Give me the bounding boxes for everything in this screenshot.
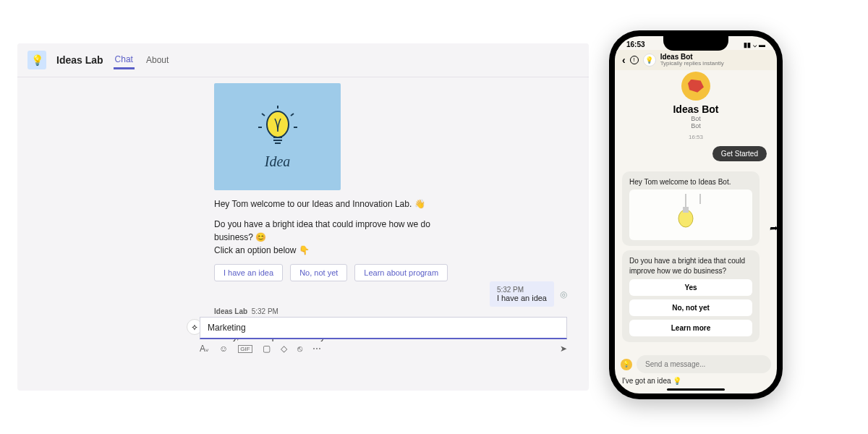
idea-hero-card: Idea xyxy=(214,83,341,190)
followup-sender: Ideas Lab xyxy=(214,307,247,315)
hero-time: 16:53 xyxy=(622,134,770,140)
status-time: 16:53 xyxy=(626,41,645,48)
question-text: Do you have a bright idea that could imp… xyxy=(629,257,745,275)
followup-time: 5:32 PM xyxy=(252,307,278,315)
status-icons: ▮▮ ⌵ ▬ xyxy=(744,41,765,48)
svg-point-0 xyxy=(267,111,289,137)
idea-caption: Idea xyxy=(265,153,291,170)
phone-message-input[interactable] xyxy=(637,355,771,373)
lightbulb-drawing-icon xyxy=(256,104,299,156)
prompt-text: Do you have a bright idea that could imp… xyxy=(214,218,460,257)
phone-screen: 16:53 ▮▮ ⌵ ▬ ‹ ! 💡 Ideas Bot Typically r… xyxy=(615,36,777,393)
teams-header: 💡 Ideas Lab Chat About xyxy=(17,43,589,77)
info-icon[interactable]: ! xyxy=(630,56,639,64)
compose-area: Aᵥ ☺ GIF ▢ ◇ ⎋ ⋯ ➤ xyxy=(200,317,567,354)
option-no[interactable]: No, not yet xyxy=(290,264,347,281)
wifi-icon: ⌵ xyxy=(753,41,757,48)
home-indicator[interactable] xyxy=(667,388,725,391)
option-row: I have an idea No, not yet Learn about p… xyxy=(214,264,460,281)
share-icon[interactable]: ➦ xyxy=(770,222,777,234)
tab-chat[interactable]: Chat xyxy=(114,51,135,69)
phone-notch xyxy=(663,36,728,51)
phone-caption: I've got an idea 💡 xyxy=(622,377,681,385)
more-icon[interactable]: ⋯ xyxy=(312,344,321,354)
header-text: Ideas Bot Typically replies instantly xyxy=(660,53,724,67)
choice-learn[interactable]: Learn more xyxy=(629,320,752,336)
menu-dot-icon[interactable]: 💡 xyxy=(621,359,632,370)
option-learn[interactable]: Learn about program xyxy=(354,264,448,281)
get-started-button[interactable]: Get Started xyxy=(712,146,767,161)
format-icon[interactable]: Aᵥ xyxy=(200,344,209,354)
choice-yes[interactable]: Yes xyxy=(629,279,752,296)
user-reply-bubble: 5:32 PM I have an idea xyxy=(490,281,554,307)
bot-welcome-block: Hey Tom welcome to our Ideas and Innovat… xyxy=(214,197,460,281)
teams-window: 💡 Ideas Lab Chat About Idea Hey Tom welc… xyxy=(17,43,589,391)
bot-avatar-small: 💡 xyxy=(643,54,656,67)
app-title: Ideas Lab xyxy=(56,54,103,66)
user-reply-wrap: 5:32 PM I have an idea ◎ xyxy=(490,281,567,307)
phone-frame: 16:53 ▮▮ ⌵ ▬ ‹ ! 💡 Ideas Bot Typically r… xyxy=(609,30,783,399)
bot-followup-meta: Ideas Lab 5:32 PM xyxy=(214,307,574,315)
bulb-illustration xyxy=(629,190,752,240)
sticker-icon[interactable]: ▢ xyxy=(263,344,271,354)
chat-body: Idea Hey Tom welcome to our Ideas and In… xyxy=(17,77,589,364)
back-icon[interactable]: ‹ xyxy=(622,54,626,66)
hero-sub2: Bot xyxy=(622,122,770,129)
header-sub: Typically replies instantly xyxy=(660,61,724,67)
welcome-bubble-text: Hey Tom welcome to Ideas Bot. xyxy=(629,178,731,186)
prompt-line2: Click an option below 👇 xyxy=(214,245,310,255)
seen-icon: ◎ xyxy=(560,289,567,299)
send-icon[interactable]: ➤ xyxy=(560,344,567,354)
compose-toolbar: Aᵥ ☺ GIF ▢ ◇ ⎋ ⋯ ➤ xyxy=(200,344,567,354)
user-reply-text: I have an idea xyxy=(497,294,547,302)
attach-icon[interactable]: ⎋ xyxy=(297,344,302,354)
phone-header: ‹ ! 💡 Ideas Bot Typically replies instan… xyxy=(615,50,777,70)
question-bubble: Do you have a bright idea that could imp… xyxy=(622,250,760,342)
welcome-text: Hey Tom welcome to our Ideas and Innovat… xyxy=(214,197,460,210)
user-reply-time: 5:32 PM xyxy=(497,286,547,294)
welcome-bubble: Hey Tom welcome to Ideas Bot. xyxy=(622,171,760,247)
phone-body: Ideas Bot Bot Bot 16:53 Get Started Hey … xyxy=(615,70,777,349)
hanging-bulb-icon xyxy=(673,194,709,236)
gif-icon[interactable]: GIF xyxy=(238,345,252,353)
phone-input-row: 💡 xyxy=(621,355,771,373)
tab-about[interactable]: About xyxy=(145,52,170,68)
lightbulb-icon: 💡 xyxy=(27,51,46,69)
option-have-idea[interactable]: I have an idea xyxy=(214,264,283,281)
extension-icon[interactable]: ◇ xyxy=(281,344,287,354)
hero-name: Ideas Bot xyxy=(622,103,770,115)
battery-icon: ▬ xyxy=(759,41,765,48)
hero-sub1: Bot xyxy=(622,115,770,122)
hero-avatar xyxy=(681,72,710,101)
signal-icon: ▮▮ xyxy=(744,41,751,48)
emoji-icon[interactable]: ☺ xyxy=(219,344,228,354)
prompt-line1: Do you have a bright idea that could imp… xyxy=(214,219,430,242)
compose-input[interactable] xyxy=(200,317,567,339)
choice-no[interactable]: No, not yet xyxy=(629,299,752,316)
svg-rect-4 xyxy=(683,207,689,213)
